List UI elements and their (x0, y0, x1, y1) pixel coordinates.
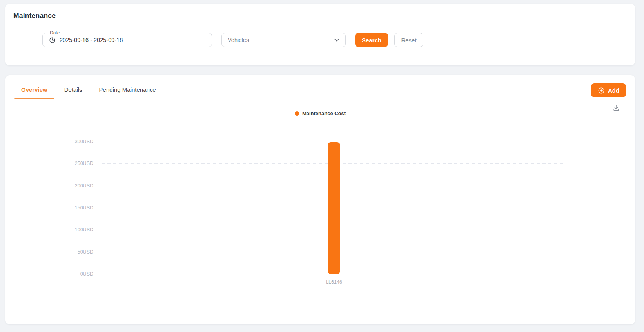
add-button[interactable]: Add (591, 83, 626, 97)
y-tick-label: 50USD (78, 249, 93, 255)
legend-item-maintenance-cost[interactable]: Maintenance Cost (295, 111, 346, 116)
chart-legend: Maintenance Cost (13, 111, 627, 116)
add-button-label: Add (608, 87, 619, 94)
vehicles-select[interactable]: Vehicles (221, 33, 346, 47)
download-icon[interactable] (611, 103, 621, 113)
vehicles-select-placeholder: Vehicles (228, 37, 249, 43)
page: Maintenance Date 2025-09-16 - 2025-09-18… (0, 0, 644, 324)
tabs: Overview Details Pending Maintenance (13, 80, 165, 99)
date-range-value: 2025-09-16 - 2025-09-18 (60, 37, 123, 43)
x-tick-label: LL6146 (326, 279, 342, 285)
tab-details[interactable]: Details (56, 80, 90, 99)
gridline (102, 274, 566, 274)
legend-dot-icon (295, 111, 299, 116)
filter-row: Date 2025-09-16 - 2025-09-18 Vehicles Se… (42, 33, 627, 47)
chevron-down-icon (334, 37, 340, 43)
y-tick-label: 200USD (75, 183, 93, 189)
reset-button[interactable]: Reset (394, 33, 423, 47)
tab-overview[interactable]: Overview (13, 80, 55, 99)
gridline (102, 142, 566, 142)
legend-label: Maintenance Cost (302, 111, 346, 116)
filter-card: Maintenance Date 2025-09-16 - 2025-09-18… (5, 4, 635, 65)
clock-icon (49, 37, 56, 44)
y-tick-label: 150USD (75, 205, 93, 210)
maintenance-panel: Overview Details Pending Maintenance Add (5, 75, 635, 324)
tabs-row: Overview Details Pending Maintenance Add (13, 80, 627, 99)
plus-circle-icon (598, 87, 605, 94)
page-title: Maintenance (13, 12, 627, 20)
y-tick-label: 300USD (75, 139, 93, 144)
y-tick-label: 250USD (75, 161, 93, 166)
search-button[interactable]: Search (355, 33, 388, 47)
bar-LL6146[interactable] (328, 142, 340, 274)
date-field-label: Date (48, 30, 62, 36)
date-range-input[interactable]: Date 2025-09-16 - 2025-09-18 (42, 33, 212, 47)
chart-plot: 300USD250USD200USD150USD100USD50USD0USDL… (102, 142, 566, 274)
tab-pending-maintenance[interactable]: Pending Maintenance (91, 80, 164, 99)
y-tick-label: 0USD (80, 271, 93, 277)
y-tick-label: 100USD (75, 227, 93, 232)
